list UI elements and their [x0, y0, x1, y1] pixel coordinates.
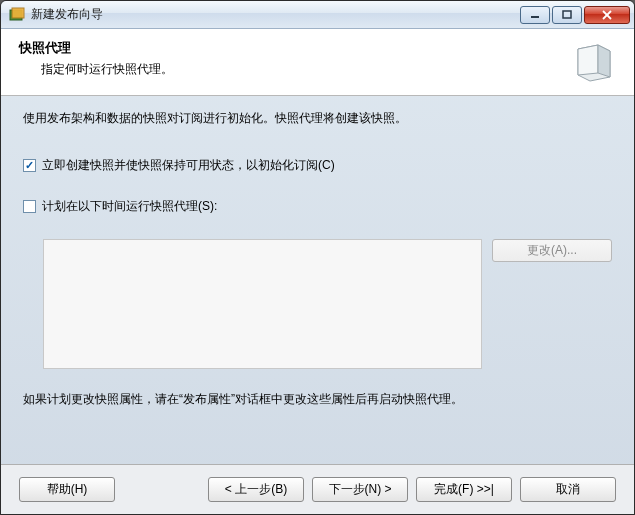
create-now-row: 立即创建快照并使快照保持可用状态，以初始化订阅(C): [23, 157, 612, 174]
window-controls: [520, 6, 630, 24]
create-now-label: 立即创建快照并使快照保持可用状态，以初始化订阅(C): [42, 157, 335, 174]
header-text: 快照代理 指定何时运行快照代理。: [19, 39, 560, 78]
window-title: 新建发布向导: [31, 6, 520, 23]
minimize-button[interactable]: [520, 6, 550, 24]
titlebar: 新建发布向导: [1, 1, 634, 29]
change-schedule-button: 更改(A)...: [492, 239, 612, 262]
svg-rect-1: [12, 8, 24, 18]
back-button[interactable]: < 上一步(B): [208, 477, 304, 502]
wizard-footer: 帮助(H) < 上一步(B) 下一步(N) > 完成(F) >>| 取消: [1, 464, 634, 514]
schedule-block: 更改(A)...: [23, 239, 612, 369]
schedule-textarea: [43, 239, 482, 369]
svg-marker-7: [578, 45, 598, 75]
cancel-button[interactable]: 取消: [520, 477, 616, 502]
maximize-button[interactable]: [552, 6, 582, 24]
help-button[interactable]: 帮助(H): [19, 477, 115, 502]
schedule-row: 计划在以下时间运行快照代理(S):: [23, 198, 612, 215]
create-now-checkbox[interactable]: [23, 159, 36, 172]
next-button[interactable]: 下一步(N) >: [312, 477, 408, 502]
wizard-window: 新建发布向导 快照代理 指定何时运行快照代理。 使用发布架构: [0, 0, 635, 515]
page-title: 快照代理: [19, 39, 560, 57]
schedule-label: 计划在以下时间运行快照代理(S):: [42, 198, 217, 215]
page-subtitle: 指定何时运行快照代理。: [19, 61, 560, 78]
description-text: 使用发布架构和数据的快照对订阅进行初始化。快照代理将创建该快照。: [23, 110, 612, 127]
wizard-content: 使用发布架构和数据的快照对订阅进行初始化。快照代理将创建该快照。 立即创建快照并…: [1, 96, 634, 466]
schedule-checkbox[interactable]: [23, 200, 36, 213]
svg-marker-8: [598, 45, 610, 77]
finish-button[interactable]: 完成(F) >>|: [416, 477, 512, 502]
close-button[interactable]: [584, 6, 630, 24]
header-graphic-icon: [572, 39, 616, 83]
note-text: 如果计划更改快照属性，请在“发布属性”对话框中更改这些属性后再启动快照代理。: [23, 391, 612, 408]
svg-rect-3: [563, 11, 571, 18]
wizard-header: 快照代理 指定何时运行快照代理。: [1, 29, 634, 96]
app-icon: [9, 7, 25, 23]
